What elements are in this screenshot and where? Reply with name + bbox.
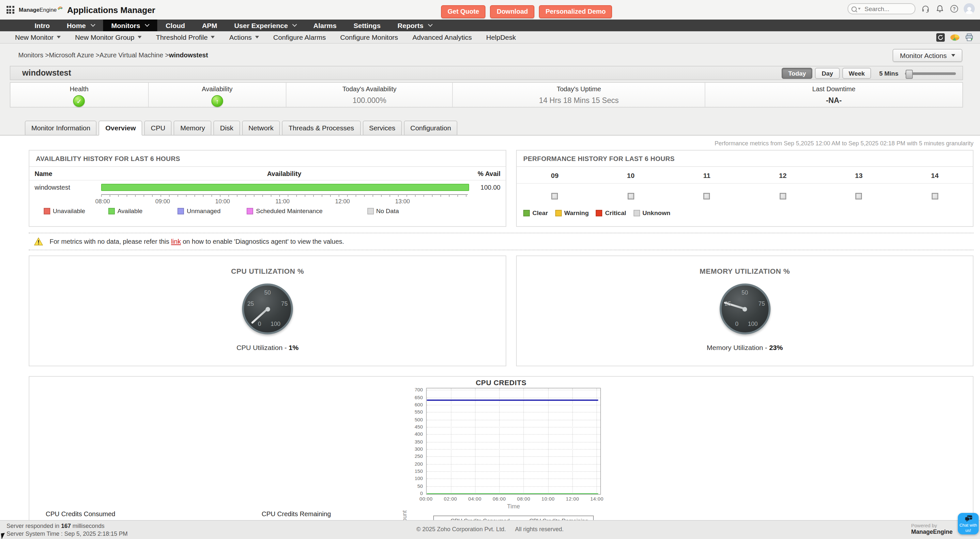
monitor-title-bar: windowstest TodayDayWeek 5 Mins xyxy=(10,66,963,80)
tab-monitor-information[interactable]: Monitor Information xyxy=(25,120,97,136)
perf-hour-column: 13 xyxy=(821,171,897,179)
search-box[interactable] xyxy=(848,3,915,14)
gauge-caption: CPU Utilization - 1% xyxy=(29,344,506,351)
nav-item-home[interactable]: Home xyxy=(58,19,103,31)
subnav-item-configure-monitors[interactable]: Configure Monitors xyxy=(333,33,405,41)
monitor-name-cell[interactable]: windowstest xyxy=(29,184,101,191)
tab-configuration[interactable]: Configuration xyxy=(404,120,458,136)
range-button-week[interactable]: Week xyxy=(842,68,871,79)
manageengine-logo[interactable]: ManageEngine xyxy=(19,6,57,13)
refresh-icon[interactable] xyxy=(936,33,945,41)
chart-y-axis-label: Count xyxy=(401,388,408,526)
chart-plot xyxy=(426,388,601,495)
user-avatar[interactable] xyxy=(964,3,975,14)
app-grid-icon[interactable] xyxy=(6,6,14,14)
perf-hour-column: 09 xyxy=(517,171,593,179)
gauge-caption-value: 1% xyxy=(289,344,299,351)
tab-disk[interactable]: Disk xyxy=(214,120,240,136)
subnav-item-new-monitor-group[interactable]: New Monitor Group xyxy=(68,33,149,41)
chevron-down-icon xyxy=(428,22,433,27)
slider-handle[interactable] xyxy=(905,70,913,79)
help-icon[interactable]: ? xyxy=(949,4,958,13)
status-square-icon[interactable] xyxy=(856,193,862,200)
get-quote-button[interactable]: Get Quote xyxy=(441,5,486,18)
nav-item-apm[interactable]: APM xyxy=(194,19,226,31)
top-header: ManageEngine Applications Manager Get Qu… xyxy=(0,0,980,19)
legend-swatch xyxy=(367,208,374,214)
support-headset-icon[interactable] xyxy=(921,4,930,13)
status-square-icon[interactable] xyxy=(932,193,938,200)
tab-network[interactable]: Network xyxy=(242,120,280,136)
subnav-item-configure-alarms[interactable]: Configure Alarms xyxy=(266,33,333,41)
nav-item-cloud[interactable]: Cloud xyxy=(157,19,194,31)
tabs: Monitor InformationOverviewCPUMemoryDisk… xyxy=(0,120,980,135)
y-tick-label: 650 xyxy=(415,394,423,400)
credit-stat-label: CPU Credits Consumed xyxy=(46,510,115,517)
personalized-demo-button[interactable]: Personalized Demo xyxy=(539,5,612,18)
diagnostics-link[interactable]: link xyxy=(171,238,181,245)
nav-item-monitors[interactable]: Monitors xyxy=(103,19,157,31)
printer-icon[interactable] xyxy=(965,33,974,41)
range-button-day[interactable]: Day xyxy=(815,68,840,79)
perf-hour-label: 10 xyxy=(593,171,669,179)
status-value: 100.000% xyxy=(353,97,387,104)
subnav-item-helpdesk[interactable]: HelpDesk xyxy=(479,33,523,41)
breadcrumb-item-monitors[interactable]: Monitors xyxy=(18,51,43,59)
nav-item-settings[interactable]: Settings xyxy=(345,19,389,31)
tab-services[interactable]: Services xyxy=(363,120,402,136)
perf-square-cell xyxy=(669,190,745,202)
legend-item-warning: Warning xyxy=(555,209,589,216)
availability-history-panel: AVAILABILITY HISTORY FOR LAST 6 HOURS Na… xyxy=(29,150,506,227)
nav-item-alarms[interactable]: Alarms xyxy=(305,19,345,31)
legend-item-critical: Critical xyxy=(596,209,626,216)
page-title: windowstest xyxy=(22,68,71,78)
brand-area: ManageEngine Applications Manager xyxy=(6,0,155,19)
status-label: Today's Availability xyxy=(342,86,397,92)
tab-cpu[interactable]: CPU xyxy=(144,120,172,136)
performance-panel-title: PERFORMANCE HISTORY FOR LAST 6 HOURS xyxy=(517,151,973,167)
status-label: Health xyxy=(70,86,89,92)
nav-item-label: Reports xyxy=(398,22,423,29)
breadcrumb-item-microsoft-azure[interactable]: Microsoft Azure xyxy=(49,51,94,59)
nav-item-user-experience[interactable]: User Experience xyxy=(226,19,305,31)
perf-hour-label: 11 xyxy=(669,171,745,179)
tab-threads-processes[interactable]: Threads & Processes xyxy=(282,120,361,136)
time-tick-label: 11:00 xyxy=(275,198,290,205)
range-button-today[interactable]: Today xyxy=(782,68,813,79)
legend-label: Scheduled Maintenance xyxy=(256,207,323,214)
subnav-item-actions[interactable]: Actions xyxy=(222,33,266,41)
notifications-bell-icon[interactable] xyxy=(935,4,944,13)
y-tick-label: 50 xyxy=(417,483,423,489)
status-square-icon[interactable] xyxy=(628,193,634,200)
availability-percent-cell: 100.00 xyxy=(468,184,506,191)
subnav-item-threshold-profile[interactable]: Threshold Profile xyxy=(149,33,222,41)
status-square-icon[interactable] xyxy=(704,193,710,200)
breadcrumb-separator: > xyxy=(43,51,49,59)
status-square-icon[interactable] xyxy=(780,193,786,200)
search-scope-caret-icon[interactable] xyxy=(858,8,861,10)
breadcrumb-item-azure-virtual-machine[interactable]: Azure Virtual Machine xyxy=(100,51,163,59)
x-tick-label: 00:00 xyxy=(420,496,433,502)
nav-item-intro[interactable]: Intro xyxy=(26,19,58,31)
y-tick-label: 100 xyxy=(415,476,423,482)
tab-memory[interactable]: Memory xyxy=(174,120,212,136)
search-input[interactable] xyxy=(863,5,905,13)
pie-chart-icon[interactable] xyxy=(950,33,960,41)
nav-item-reports[interactable]: Reports xyxy=(389,19,441,31)
tab-overview[interactable]: Overview xyxy=(99,120,142,136)
availability-bar[interactable] xyxy=(101,184,469,191)
monitor-actions-button[interactable]: Monitor Actions xyxy=(892,49,963,62)
gauge-tick-100: 100 xyxy=(748,321,757,327)
download-button[interactable]: Download xyxy=(490,5,535,18)
perf-hour-label: 13 xyxy=(821,171,897,179)
chat-widget[interactable]: Chat with us! xyxy=(958,513,979,534)
perf-hour-label: 12 xyxy=(745,171,821,179)
chart-yaxis: 0501001502002503003504004505005506006507… xyxy=(409,388,426,493)
subnav-item-advanced-analytics[interactable]: Advanced Analytics xyxy=(405,33,479,41)
y-tick-label: 250 xyxy=(415,453,423,460)
status-square-icon[interactable] xyxy=(552,193,558,200)
column-name: Name xyxy=(29,170,101,177)
breadcrumb-row: Monitors >Microsoft Azure >Azure Virtual… xyxy=(18,51,963,60)
interval-slider[interactable] xyxy=(905,72,956,75)
subnav-item-new-monitor[interactable]: New Monitor xyxy=(8,33,68,41)
